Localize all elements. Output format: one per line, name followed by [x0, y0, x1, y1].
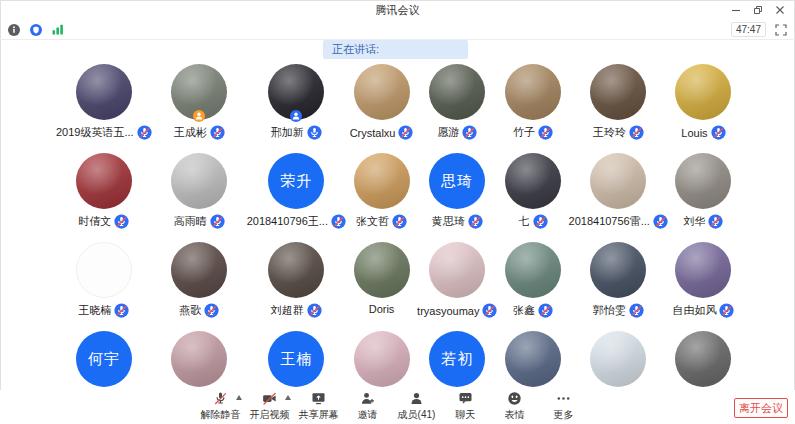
mic-muted-icon[interactable] — [653, 214, 668, 229]
mic-muted-icon[interactable] — [482, 303, 497, 318]
mic-muted-icon[interactable] — [392, 214, 407, 229]
participant-tile[interactable]: 邢加新 — [247, 64, 346, 153]
mic-muted-icon[interactable] — [538, 303, 553, 318]
speaking-banner: 正在讲话: — [323, 40, 468, 59]
participant-name: Crystalxu — [350, 127, 396, 139]
participant-tile[interactable]: 刘超群 — [247, 242, 346, 331]
toolbar-item-emoji[interactable]: 表情 — [490, 391, 539, 422]
toolbar-item-label: 更多 — [554, 408, 574, 422]
participant-tile[interactable]: 张文哲 — [346, 153, 417, 242]
participant-role-badge-icon — [290, 110, 302, 122]
mic-muted-icon[interactable] — [210, 214, 225, 229]
minimize-button[interactable] — [725, 0, 747, 20]
participant-tile[interactable]: 思琦黄思琦 — [417, 153, 497, 242]
participant-avatar — [675, 331, 731, 387]
toolbar-item-label: 表情 — [505, 408, 525, 422]
toolbar-item-mic-slash[interactable]: 解除静音 — [196, 391, 245, 422]
participant-name: 2019级英语五... — [56, 125, 134, 140]
toolbar-item-invite[interactable]: 邀请 — [343, 391, 392, 422]
restore-button[interactable] — [747, 0, 769, 20]
participant-name: 刘华 — [683, 214, 705, 229]
mic-slash-icon — [213, 391, 228, 406]
participant-tile[interactable]: 荣升2018410796王... — [247, 153, 346, 242]
mic-muted-icon[interactable] — [708, 214, 723, 229]
participant-name: 王玲玲 — [593, 125, 626, 140]
meeting-info-icon[interactable] — [8, 24, 20, 36]
participant-name: 竹子 — [513, 125, 535, 140]
meeting-security-shield-icon[interactable] — [30, 24, 42, 36]
participant-tile[interactable]: Louis — [668, 64, 739, 153]
mic-muted-icon[interactable] — [468, 214, 483, 229]
participant-avatar — [675, 64, 731, 120]
participant-tile[interactable]: 郭怡雯 — [569, 242, 668, 331]
title-bar: 腾讯会议 — [0, 0, 795, 20]
mic-muted-icon[interactable] — [462, 125, 477, 140]
mic-on-icon[interactable] — [307, 125, 322, 140]
mic-muted-icon[interactable] — [629, 125, 644, 140]
participant-avatar — [171, 331, 227, 387]
toolbar-item-label: 成员(41) — [398, 408, 436, 422]
toolbar-item-members[interactable]: 成员(41) — [392, 391, 441, 422]
participant-tile[interactable]: 愿游 — [417, 64, 497, 153]
participant-tile[interactable]: 王晓楠 — [56, 242, 152, 331]
participant-avatar — [505, 242, 561, 298]
participant-tile[interactable]: Doris — [346, 242, 417, 331]
mic-muted-icon[interactable] — [114, 303, 129, 318]
participant-tile[interactable]: tryasyoumay — [417, 242, 497, 331]
participant-avatar — [76, 153, 132, 209]
participant-name: 邢加新 — [271, 125, 304, 140]
participant-avatar — [675, 153, 731, 209]
window-title: 腾讯会议 — [376, 3, 420, 18]
participant-tile[interactable]: 王玲玲 — [569, 64, 668, 153]
participant-avatar — [76, 242, 132, 298]
participant-name: 刘超群 — [271, 303, 304, 318]
participant-tile[interactable]: 刘华 — [668, 153, 739, 242]
participant-tile[interactable]: 张鑫 — [497, 242, 568, 331]
participant-avatar — [354, 331, 410, 387]
participant-name: 时倩文 — [78, 214, 111, 229]
participant-tile[interactable]: 竹子 — [497, 64, 568, 153]
participant-tile[interactable]: 时倩文 — [56, 153, 152, 242]
mic-muted-icon[interactable] — [711, 125, 726, 140]
screen-share-icon — [311, 391, 326, 406]
participant-tile[interactable]: 自由如风 — [668, 242, 739, 331]
caret-up-icon[interactable] — [236, 395, 242, 400]
mic-muted-icon[interactable] — [533, 214, 548, 229]
toolbar-item-label: 开启视频 — [250, 408, 290, 422]
mic-muted-icon[interactable] — [210, 125, 225, 140]
mic-muted-icon[interactable] — [719, 303, 734, 318]
window-controls — [725, 0, 791, 20]
participant-name: 张文哲 — [356, 214, 389, 229]
participant-avatar — [268, 64, 324, 120]
participant-tile[interactable]: 高雨晴 — [152, 153, 247, 242]
mic-muted-icon[interactable] — [114, 214, 129, 229]
participant-tile[interactable]: 王成彬 — [152, 64, 247, 153]
participant-avatar — [505, 64, 561, 120]
mic-muted-icon[interactable] — [398, 125, 413, 140]
participant-tile[interactable]: 燕歌 — [152, 242, 247, 331]
mic-muted-icon[interactable] — [629, 303, 644, 318]
caret-up-icon[interactable] — [285, 395, 291, 400]
participant-tile[interactable]: 七 — [497, 153, 568, 242]
participant-tile[interactable]: Crystalxu — [346, 64, 417, 153]
participant-tile[interactable]: 2018410756雷... — [569, 153, 668, 242]
close-button[interactable] — [769, 0, 791, 20]
participant-avatar — [505, 153, 561, 209]
mic-muted-icon[interactable] — [538, 125, 553, 140]
toolbar-item-camera-slash[interactable]: 开启视频 — [245, 391, 294, 422]
participant-initials-avatar: 荣升 — [268, 153, 324, 209]
participant-avatar — [171, 64, 227, 120]
participant-tile[interactable]: 2019级英语五... — [56, 64, 152, 153]
toolbar-item-screen-share[interactable]: 共享屏幕 — [294, 391, 343, 422]
meeting-status-bar: 47:47 — [0, 20, 795, 40]
toolbar-item-more[interactable]: 更多 — [539, 391, 588, 422]
mic-muted-icon[interactable] — [331, 214, 346, 229]
mic-muted-icon[interactable] — [204, 303, 219, 318]
toolbar-item-chat[interactable]: 聊天 — [441, 391, 490, 422]
fullscreen-icon[interactable] — [775, 24, 787, 36]
leave-meeting-button[interactable]: 离开会议 — [734, 398, 788, 418]
network-signal-icon[interactable] — [52, 24, 64, 35]
participant-avatar — [354, 153, 410, 209]
mic-muted-icon[interactable] — [307, 303, 322, 318]
mic-muted-icon[interactable] — [137, 125, 152, 140]
